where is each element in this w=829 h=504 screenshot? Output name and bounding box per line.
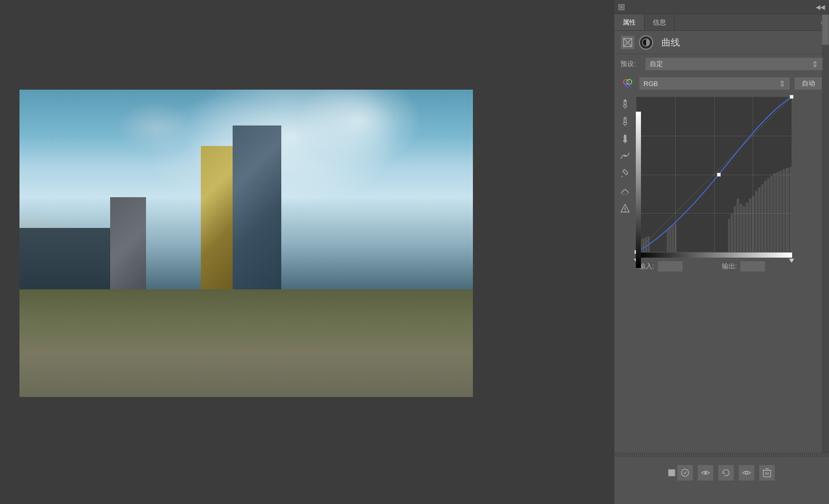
preset-label: 预设:: [620, 59, 641, 69]
tabs-row: 属性 信息 ≡: [614, 14, 829, 31]
photo-background: [19, 90, 473, 397]
svg-point-14: [625, 118, 626, 119]
panel-titlebar: × ◀◀: [614, 0, 829, 14]
building-left: [110, 197, 146, 289]
highlight-triangle[interactable]: [789, 259, 794, 263]
output-label: 输出:: [722, 262, 737, 271]
collapse-button[interactable]: ◀◀: [816, 4, 825, 11]
preset-dropdown[interactable]: 自定 ⇕: [645, 57, 823, 71]
sample-highlights-button[interactable]: [617, 96, 633, 112]
input-value[interactable]: [657, 261, 683, 272]
svg-point-57: [745, 472, 748, 474]
close-button[interactable]: ×: [618, 4, 625, 10]
svg-rect-16: [624, 140, 627, 142]
preset-row: 预设: 自定 ⇕: [614, 54, 829, 74]
building-main-glass: [233, 125, 281, 289]
bottom-area: [614, 453, 829, 504]
svg-point-56: [704, 472, 707, 474]
delete-button[interactable]: [759, 465, 775, 481]
svg-point-18: [624, 155, 626, 157]
layer-mask-icon[interactable]: [620, 35, 635, 50]
svg-rect-19: [623, 170, 628, 175]
tab-info[interactable]: 信息: [645, 14, 675, 30]
sample-shadows-button[interactable]: [617, 131, 633, 146]
clip-mask-icon[interactable]: [668, 469, 675, 476]
gradient-bar: [636, 253, 792, 258]
bottom-toolbar: [614, 459, 829, 486]
channel-dropdown-arrow: ⇕: [779, 79, 785, 89]
curve-point-3[interactable]: [790, 95, 794, 99]
channel-icon[interactable]: [620, 76, 635, 91]
gradient-bar-wrapper: [636, 253, 792, 258]
properties-panel: × ◀◀ 属性 信息 ≡ 曲线 预: [614, 0, 829, 504]
warning-button[interactable]: [617, 201, 633, 216]
svg-point-10: [625, 100, 626, 102]
output-value[interactable]: [740, 261, 765, 272]
eye-on-button[interactable]: [697, 465, 714, 481]
pencil-tool-button[interactable]: [617, 166, 633, 181]
output-gradient-bar: [636, 112, 641, 268]
curve-graph[interactable]: [636, 96, 792, 253]
smooth-tool-button[interactable]: [617, 183, 633, 199]
reset-button[interactable]: [718, 465, 734, 481]
clip-mask-group: [668, 465, 693, 481]
layer-icon-row: 曲线: [614, 31, 829, 54]
svg-rect-15: [624, 135, 626, 140]
building-far: [19, 228, 122, 289]
svg-line-54: [636, 97, 792, 252]
curve-section: [614, 93, 829, 253]
preset-dropdown-arrow: ⇕: [812, 59, 818, 69]
channel-row: RGB ⇕ 自动: [614, 74, 829, 93]
io-row: 输入: 输出:: [614, 258, 829, 275]
photo-container: [19, 90, 473, 397]
clip-button[interactable]: [677, 465, 693, 481]
input-label: 输入:: [639, 262, 654, 271]
curve-line-svg: [636, 97, 792, 252]
channel-dropdown[interactable]: RGB ⇕: [639, 77, 790, 90]
eye-off-button[interactable]: [738, 465, 755, 481]
sample-midtones-button[interactable]: [617, 114, 633, 129]
tab-properties[interactable]: 属性: [614, 14, 645, 30]
canvas-area: [0, 0, 474, 504]
layer-circle-icon[interactable]: [639, 35, 653, 50]
curve-point-2[interactable]: [717, 173, 721, 177]
city-ground: [19, 289, 473, 397]
tools-column: [614, 93, 636, 253]
resize-handle[interactable]: [614, 453, 829, 457]
input-item: 输入:: [639, 261, 722, 272]
panel-scrollbar[interactable]: [822, 14, 829, 467]
curves-title: 曲线: [661, 36, 680, 49]
auto-button[interactable]: 自动: [794, 77, 823, 90]
scrollbar-thumb[interactable]: [822, 14, 829, 45]
gradient-bar-section: [614, 253, 829, 258]
curve-tool-button[interactable]: [617, 149, 633, 164]
svg-point-22: [625, 211, 626, 212]
